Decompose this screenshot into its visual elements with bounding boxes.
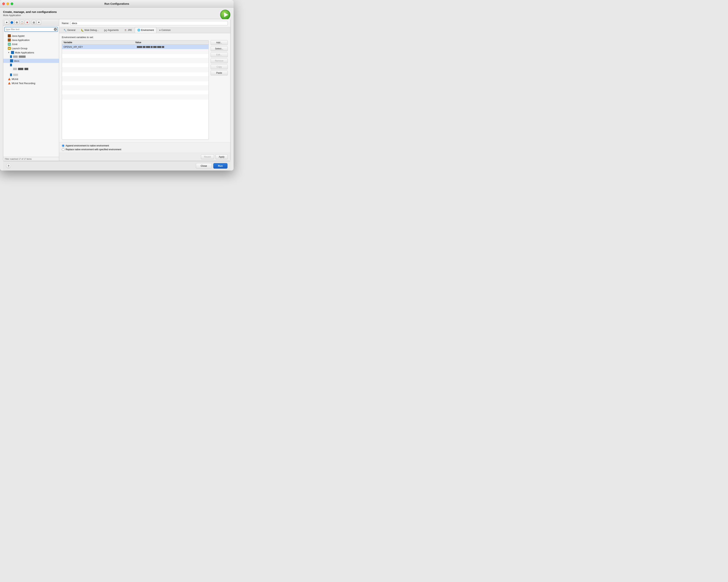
edit-button[interactable]: Edit... [211,52,228,57]
table-row-empty-9 [62,86,209,90]
search-clear-button[interactable]: ✕ [54,28,57,31]
inner-action-row: Revert Apply [59,153,230,161]
copy-button[interactable]: 📋 [20,20,24,25]
tree-item-junit[interactable]: Ju JUnit [3,42,59,46]
bottom-right-buttons: Close Run [196,163,228,169]
tab-general[interactable]: 🔧 General [61,27,78,33]
delete-button[interactable]: ✕ [25,20,29,25]
tree-item-java-applet[interactable]: Java Applet [3,34,59,38]
close-button[interactable]: Close [196,163,212,169]
tree-item-label: MUnit Test Recording [12,82,35,85]
window-controls[interactable] [2,2,13,5]
table-row[interactable]: OPENAI_API_KEY [62,45,209,49]
mule-sub-icon-2 [10,64,12,66]
collapse-button[interactable]: ⊟ [31,20,36,25]
page-subtitle: Mule Application [3,14,231,17]
vb5 [153,46,157,48]
env-table-header: Variable Value [62,40,209,45]
main-content: Create, manage, and run configurations M… [0,7,234,170]
tab-common[interactable]: ≡ Common [157,27,173,33]
vb6 [157,46,161,48]
header-section: Create, manage, and run configurations M… [3,10,231,17]
svg-marker-2 [8,78,10,80]
jre-tab-icon: ☕ [124,29,127,32]
radio-replace[interactable] [62,148,64,151]
help-button[interactable]: ? [6,164,11,168]
blurred-3a [13,68,17,70]
remove-button[interactable]: Remove [211,58,228,63]
table-row-empty-8 [62,81,209,86]
radio-append[interactable] [62,144,64,147]
revert-button[interactable]: Revert [201,155,214,159]
radio-replace-row: Replace native environment with specifie… [62,148,228,151]
table-row-empty-2 [62,54,209,58]
tree-item-mule-applications[interactable]: ▼ Mule Applications [3,50,59,55]
tab-environment[interactable]: 🌐 Environment [135,27,156,33]
new-launch-button[interactable]: 🔵 [9,20,14,25]
paste-button[interactable]: Paste [211,71,228,75]
mule-apps-icon [11,51,14,54]
general-tab-icon: 🔧 [63,29,67,32]
vb7 [162,46,164,48]
tree-item-label: Mule Applications [15,51,34,54]
common-tab-icon: ≡ [159,29,161,32]
env-options: Append environment to native environment… [59,142,230,153]
apply-button[interactable]: Apply [215,155,228,159]
name-input[interactable] [71,21,228,25]
table-row-empty-4 [62,63,209,67]
right-panel: Name: 🔧 General 🐛 Mule Debug... {x} Argu… [59,19,230,161]
filter-button[interactable]: ▼ [36,20,41,25]
radio-append-label: Append environment to native environment [66,144,109,147]
filter-status: Filter matched 17 of 17 items [5,158,32,160]
add-button[interactable]: Add... [211,40,228,45]
maximize-window-button[interactable] [10,2,13,5]
search-input[interactable] [4,27,58,32]
tabs-bar: 🔧 General 🐛 Mule Debug... {x} Arguments … [59,27,230,33]
page-title: Create, manage, and run configurations [3,10,231,13]
tree-item-blurred-1[interactable] [3,55,59,59]
launch-group-icon: ▶ [8,47,11,50]
environment-tab-icon: 🌐 [137,29,140,31]
left-toolbar: ✦ 🔵 ⚙ 📋 ✕ ⊟ ▼ [3,19,59,26]
env-var-cell: OPENAI_API_KEY [62,45,135,49]
value-blurred [137,46,164,48]
copy-button[interactable]: Copy [211,64,228,70]
tab-mule-debug[interactable]: 🐛 Mule Debug... [78,27,101,33]
tab-label: Environment [141,29,154,31]
tab-arguments[interactable]: {x} Arguments [101,27,121,33]
vb1 [137,46,142,48]
tree-area: Java Applet Java Application Ju JUnit ▶ [3,33,59,157]
action-buttons: Add... Select... Edit... Remove Copy Pas… [209,40,228,140]
close-window-button[interactable] [2,2,5,5]
blurred-3c [24,68,28,70]
tree-item-blurred-3[interactable] [3,67,59,71]
tree-item-blurred-2[interactable] [3,63,59,67]
arguments-tab-icon: {x} [104,29,107,32]
environment-content: Environment variables to set: Variable V… [59,33,230,142]
env-table-body[interactable]: OPENAI_API_KEY [62,45,209,139]
env-section-label: Environment variables to set: [62,36,228,39]
new-config-button[interactable]: ✦ [4,20,9,25]
tree-item-munit-recording[interactable]: MUnit Test Recording [3,81,59,85]
bottom-bar: ? Close Run [3,161,231,170]
table-row-empty-10 [62,90,209,95]
blurred-label-2 [19,56,26,58]
run-button[interactable]: Run [213,163,228,169]
tree-item-launch-group[interactable]: ▶ Launch Group [3,46,59,50]
munit-icon [8,78,11,81]
blurred-label-1 [13,56,18,58]
tree-item-blurred-4[interactable] [3,73,59,77]
variable-name: OPENAI_API_KEY [63,46,83,48]
title-bar: Run Configurations [0,0,234,7]
minimize-window-button[interactable] [6,2,9,5]
tree-item-java-application[interactable]: Java Application [3,38,59,42]
select-button[interactable]: Select... [211,46,228,51]
tab-jre[interactable]: ☕ JRE [122,27,135,33]
tree-item-docs[interactable]: docs [3,59,59,63]
duplicate-button[interactable]: ⚙ [15,20,19,25]
name-row: Name: [59,19,230,27]
java-app-icon [8,38,11,41]
tree-item-munit[interactable]: MUnit [3,77,59,81]
table-row-empty-7 [62,77,209,81]
mule-sub-icon [10,55,12,58]
